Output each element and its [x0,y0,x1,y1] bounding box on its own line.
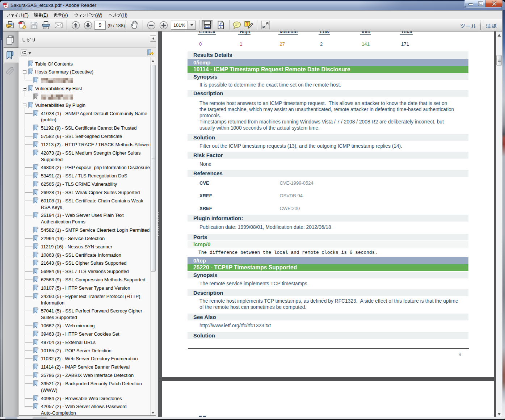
svg-text:T: T [246,22,249,27]
